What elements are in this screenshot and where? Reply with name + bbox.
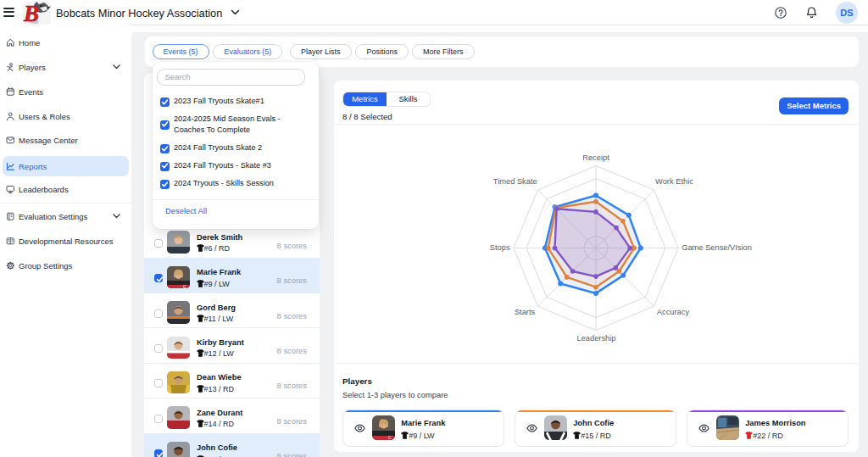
svg-text:Work Ethic: Work Ethic [655, 177, 693, 186]
svg-text:Starts: Starts [514, 308, 535, 316]
svg-text:Receipt: Receipt [582, 153, 609, 162]
svg-text:B: B [23, 2, 39, 25]
svg-text:C: C [183, 284, 186, 289]
svg-text:Stops: Stops [489, 243, 509, 252]
svg-text:Timed Skate: Timed Skate [492, 177, 537, 186]
svg-text:C: C [388, 435, 392, 440]
svg-text:Leadership: Leadership [576, 334, 615, 343]
svg-text:Accuracy: Accuracy [656, 308, 689, 316]
svg-text:Game Sense/VIsion: Game Sense/VIsion [682, 243, 752, 252]
